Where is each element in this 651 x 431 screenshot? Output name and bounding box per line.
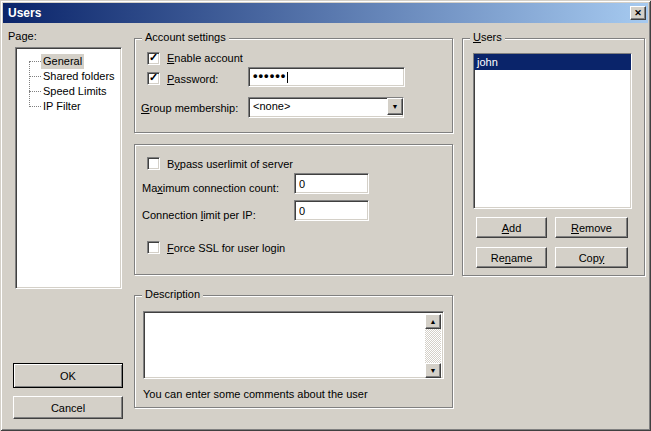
password-input[interactable]: ••••••	[248, 67, 405, 87]
remove-button-label: Remove	[571, 222, 612, 234]
close-icon: ✕	[634, 8, 642, 18]
user-name: john	[477, 56, 498, 68]
ok-button-label: OK	[60, 370, 76, 382]
description-title: Description	[142, 288, 203, 300]
max-connections-label: Maximum connection count:	[142, 182, 279, 194]
page-tree[interactable]: General Shared folders Speed Limits IP F…	[15, 47, 122, 289]
add-button-label: Add	[502, 222, 522, 234]
bypass-userlimit-checkbox[interactable]	[147, 157, 160, 170]
close-button[interactable]: ✕	[630, 6, 646, 20]
group-membership-label: Group membership:	[141, 102, 238, 114]
limits-group: Bypass userlimit of server Maximum conne…	[134, 144, 453, 275]
tree-item-label[interactable]: General	[41, 54, 84, 69]
description-textarea[interactable]: ▲ ▼	[143, 311, 444, 379]
page-item-speed-limits[interactable]: Speed Limits	[18, 84, 118, 99]
tree-item-label[interactable]: Speed Limits	[41, 84, 109, 99]
account-settings-title: Account settings	[142, 31, 229, 43]
page-item-ip-filter[interactable]: IP Filter	[18, 99, 118, 114]
rename-button-label: Rename	[491, 252, 533, 264]
force-ssl-checkbox[interactable]	[147, 241, 160, 254]
scroll-down-icon: ▼	[430, 367, 437, 374]
tree-connector	[29, 91, 41, 92]
combo-dropdown-button[interactable]: ▼	[387, 98, 403, 115]
ok-button[interactable]: OK	[13, 363, 123, 388]
add-button[interactable]: Add	[476, 217, 547, 238]
copy-button[interactable]: Copy	[555, 247, 628, 268]
force-ssl-label[interactable]: Force SSL for user login	[167, 242, 285, 254]
cancel-button[interactable]: Cancel	[13, 396, 123, 419]
group-membership-value: <none>	[253, 98, 290, 115]
text-caret	[287, 72, 288, 83]
check-icon: ✓	[149, 51, 158, 64]
rename-button[interactable]: Rename	[476, 247, 547, 268]
page-item-general[interactable]: General	[18, 54, 118, 69]
group-membership-select[interactable]: <none> ▼	[248, 97, 404, 118]
tree-item-label[interactable]: Shared folders	[41, 69, 117, 84]
tree-connector	[29, 106, 41, 107]
users-dialog: Users ✕ Page: General Shared folders Spe…	[0, 0, 651, 431]
conn-limit-ip-input[interactable]	[294, 200, 369, 221]
enable-account-label[interactable]: Enable account	[167, 52, 243, 64]
tree-item-label[interactable]: IP Filter	[41, 99, 83, 114]
users-listbox[interactable]: john	[473, 53, 632, 209]
scroll-up-icon: ▲	[430, 318, 437, 325]
title-bar[interactable]: Users	[3, 3, 648, 23]
conn-limit-ip-label: Connection limit per IP:	[142, 209, 256, 221]
max-connections-input[interactable]	[294, 173, 369, 194]
account-settings-group: Account settings ✓ Enable account ✓ Pass…	[134, 38, 453, 133]
description-caption: You can enter some comments about the us…	[143, 388, 368, 400]
password-value: ••••••	[253, 68, 286, 83]
enable-account-checkbox[interactable]: ✓	[147, 52, 160, 65]
chevron-down-icon: ▼	[392, 103, 399, 110]
scroll-down-button[interactable]: ▼	[425, 363, 441, 378]
cancel-button-label: Cancel	[51, 402, 85, 414]
password-label: Password:	[167, 73, 218, 85]
scroll-up-button[interactable]: ▲	[425, 314, 441, 329]
remove-button[interactable]: Remove	[555, 217, 628, 238]
bypass-userlimit-label[interactable]: Bypass userlimit of server	[167, 158, 293, 170]
description-scrollbar[interactable]: ▲ ▼	[425, 314, 441, 378]
check-icon: ✓	[149, 71, 158, 84]
page-label: Page:	[8, 30, 37, 42]
tree-connector	[29, 76, 41, 77]
window-title: Users	[8, 3, 41, 23]
users-group-title: Users	[470, 31, 505, 43]
tree-connector	[29, 61, 41, 62]
password-checkbox[interactable]: ✓	[147, 72, 160, 85]
users-group: Users john Add Remove Rename Copy	[462, 38, 645, 276]
copy-button-label: Copy	[579, 252, 605, 264]
page-item-shared-folders[interactable]: Shared folders	[18, 69, 118, 84]
user-list-item[interactable]: john	[474, 54, 631, 70]
description-group: Description ▲ ▼ You can enter some comme…	[134, 295, 453, 408]
